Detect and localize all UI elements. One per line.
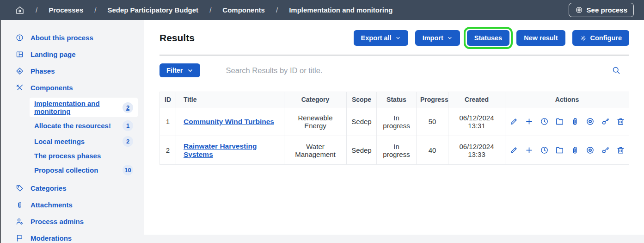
sidebar-item-components[interactable]: Components (16, 80, 138, 95)
filter-label: Filter (166, 67, 183, 74)
subitem-label: The process phases (34, 152, 101, 160)
row-actions (509, 146, 625, 155)
cell-category: Water Management (284, 136, 347, 165)
cell-category: Renewable Energy (284, 107, 347, 136)
cell-status: In progress (377, 136, 417, 165)
chevron-down-icon (395, 35, 401, 41)
export-all-label: Export all (361, 34, 392, 42)
sidebar-item-moderations[interactable]: Moderations (16, 231, 138, 243)
sidebar-item-about[interactable]: About this process (16, 30, 138, 45)
column-header-scope: Scope (347, 92, 377, 107)
sidebar-item-label: Components (31, 84, 73, 92)
eye-icon (575, 6, 583, 14)
sidebar-item-categories[interactable]: Categories (16, 181, 138, 196)
breadcrumb-separator: / (276, 6, 278, 14)
column-header-created: Created (448, 92, 505, 107)
sidebar-subitem-allocate-the-resources[interactable]: Allocate the resources! 1 (30, 118, 138, 133)
sidebar-subitem-the-process-phases[interactable]: The process phases (30, 150, 138, 162)
cell-status: In progress (377, 107, 417, 136)
gear-icon (580, 35, 587, 42)
components-subitems: Implementation and monitoring 2 Allocate… (16, 97, 138, 181)
layout-icon (16, 50, 24, 58)
delete-trash-icon[interactable] (616, 146, 625, 155)
breadcrumb-current-component[interactable]: Implementation and monitoring (289, 6, 393, 14)
edit-icon[interactable] (509, 117, 518, 126)
sidebar-item-label: Landing page (31, 50, 76, 58)
cell-scope: Sedep (347, 136, 377, 165)
folder-icon[interactable] (555, 146, 564, 155)
subitem-label: Allocate the resources! (34, 122, 111, 130)
chevron-down-icon (187, 68, 193, 74)
new-result-button[interactable]: New result (516, 30, 565, 46)
breadcrumb-separator: / (209, 6, 211, 14)
count-badge: 10 (123, 165, 133, 175)
breadcrumb-processes[interactable]: Processes (49, 6, 83, 14)
edit-icon[interactable] (509, 146, 518, 155)
see-process-button[interactable]: See process (569, 3, 634, 17)
section-divider (159, 55, 629, 56)
breadcrumb-process-name[interactable]: Sedep Participatory Budget (107, 6, 198, 14)
sidebar-subitem-implementation-and-monitoring[interactable]: Implementation and monitoring 2 (30, 98, 138, 117)
sidebar-subitem-local-meetings[interactable]: Local meetings 2 (30, 134, 138, 149)
import-label: Import (423, 34, 443, 42)
folder-icon[interactable] (555, 117, 564, 126)
sidebar-item-attachments[interactable]: Attachments (16, 197, 138, 212)
add-icon[interactable] (525, 117, 534, 126)
user-gear-icon (16, 218, 24, 225)
attachments-icon[interactable] (570, 117, 579, 126)
sidebar-item-label: Categories (31, 184, 67, 192)
permissions-key-icon[interactable] (601, 117, 610, 126)
result-title-link[interactable]: Rainwater Harvesting Systems (184, 142, 257, 158)
column-header-status: Status (377, 92, 417, 107)
breadcrumb-components[interactable]: Components (222, 6, 265, 14)
sidebar-item-label: Phases (31, 67, 55, 75)
subitem-label: Implementation and monitoring (34, 100, 123, 115)
table-header-row: ID Title Category Scope Status Progress … (160, 92, 629, 107)
subitem-label: Local meetings (34, 137, 85, 145)
statuses-label: Statuses (474, 34, 502, 42)
cell-id: 1 (160, 107, 176, 136)
history-clock-icon[interactable] (540, 117, 549, 126)
count-badge: 2 (123, 102, 133, 113)
tag-icon (16, 184, 24, 192)
new-result-label: New result (524, 34, 558, 42)
export-all-button[interactable]: Export all (354, 30, 408, 46)
home-gear-icon[interactable] (15, 6, 25, 15)
flag-icon (16, 234, 24, 242)
cell-id: 2 (160, 136, 176, 165)
preview-eye-icon[interactable] (586, 146, 595, 155)
search-input[interactable] (226, 66, 612, 75)
sidebar-item-process-admins[interactable]: Process admins (16, 214, 138, 229)
cell-created: 06/12/2024 13:33 (448, 136, 505, 165)
delete-trash-icon[interactable] (616, 117, 625, 126)
see-process-label: See process (587, 6, 627, 14)
column-header-category: Category (284, 92, 347, 107)
sidebar-item-label: About this process (31, 34, 93, 42)
add-icon[interactable] (525, 146, 534, 155)
cell-progress: 40 (417, 136, 448, 165)
statuses-button[interactable]: Statuses (467, 30, 509, 46)
sidebar-subitem-proposal-collection[interactable]: Proposal collection 10 (30, 163, 138, 177)
subitem-label: Proposal collection (34, 166, 98, 174)
table-row: 2 Rainwater Harvesting Systems Water Man… (160, 136, 629, 165)
history-clock-icon[interactable] (540, 146, 549, 155)
preview-eye-icon[interactable] (586, 117, 595, 126)
configure-button[interactable]: Configure (572, 30, 629, 46)
result-title-link[interactable]: Community Wind Turbines (184, 118, 274, 125)
search-icon[interactable] (612, 66, 621, 75)
sidebar-item-phases[interactable]: Phases (16, 63, 138, 79)
page-title: Results (159, 32, 195, 44)
attachments-icon[interactable] (570, 146, 579, 155)
table-row: 1 Community Wind Turbines Renewable Ener… (160, 107, 629, 136)
sidebar-item-landing-page[interactable]: Landing page (16, 47, 138, 62)
permissions-key-icon[interactable] (601, 146, 610, 155)
configure-label: Configure (590, 34, 622, 42)
topbar: / Processes / Sedep Participatory Budget… (0, 0, 644, 20)
column-header-title: Title (176, 92, 284, 107)
breadcrumb-separator: / (36, 6, 37, 14)
import-button[interactable]: Import (415, 30, 460, 46)
tools-icon (16, 84, 24, 92)
cell-scope: Sedep (347, 107, 377, 136)
sidebar-item-label: Moderations (31, 234, 72, 242)
filter-button[interactable]: Filter (159, 63, 200, 77)
